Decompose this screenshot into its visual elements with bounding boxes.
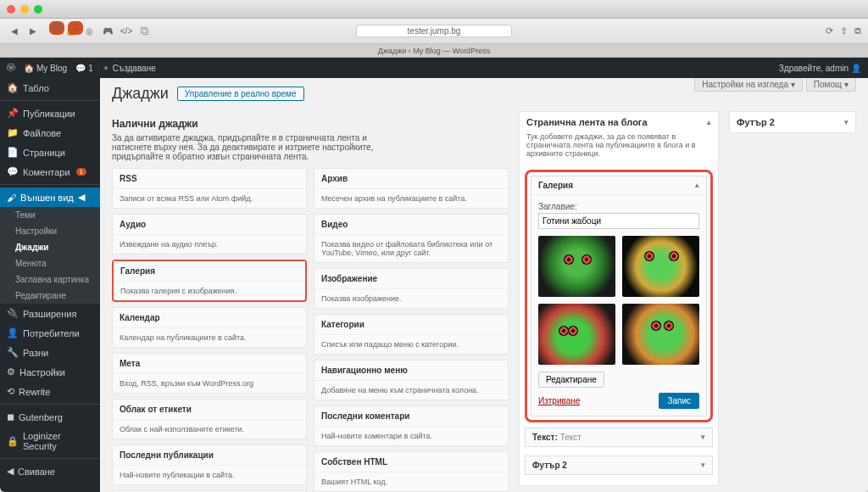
wp-logo-icon[interactable]: ⓦ <box>7 62 15 74</box>
available-widget[interactable]: КалендарКалендар на публикациите в сайта… <box>112 307 307 348</box>
available-widget[interactable]: ИзображениеПоказва изображение. <box>314 268 509 309</box>
widget-desc: Календар на публикациите в сайта. <box>113 328 306 347</box>
gallery-title-input[interactable] <box>538 213 699 229</box>
available-widget[interactable]: RSSЗаписи от всяка RSS или Atom фийд. <box>112 168 307 209</box>
widget-desc: Показва галерия с изображения. <box>114 282 305 300</box>
widget-title[interactable]: Собствен HTML <box>314 452 508 472</box>
help-btn[interactable]: Помощ ▾ <box>806 78 856 92</box>
mac-close-dot[interactable] <box>7 5 15 14</box>
forward-button[interactable]: ▶ <box>25 25 41 38</box>
tabs-icon[interactable]: ⧉ <box>854 25 861 36</box>
submenu-themes[interactable]: Теми <box>0 207 100 223</box>
gallery-edit-button[interactable]: Редактиране <box>538 372 604 388</box>
reload-icon[interactable]: ⟳ <box>826 25 833 36</box>
widget-desc: Вход, RSS, връзки към WordPress.org <box>113 374 306 393</box>
available-widget[interactable]: Последни публикацииНай-новите публикации… <box>112 444 307 485</box>
widget-title[interactable]: Навигационно меню <box>314 361 508 381</box>
menu-pages[interactable]: 📄 Страници <box>0 143 100 162</box>
available-widget[interactable]: Облак от етикетиОблак с най-използваните… <box>112 399 307 439</box>
widget-title[interactable]: Видео <box>314 215 508 235</box>
comments-link[interactable]: 💬 1 <box>75 64 93 73</box>
placed-area-footer2[interactable]: Футър 2▾ <box>525 456 713 475</box>
submenu-header[interactable]: Заглавна картинка <box>0 271 100 288</box>
widget-title[interactable]: Галерия <box>114 261 305 282</box>
widget-desc: Списък или падащо меню с категории. <box>314 335 508 354</box>
widget-desc: Показва видео от файловата библиотека ил… <box>314 235 508 262</box>
area-title-blog-sidebar[interactable]: Странична лента на блога▴ <box>520 112 718 132</box>
submenu-appearance: Теми Настройки Джаджи Менюта Заглавна ка… <box>0 207 100 304</box>
thumb-frog-3[interactable] <box>538 304 615 365</box>
available-widget[interactable]: ВидеоПоказва видео от файловата библиоте… <box>314 214 509 263</box>
widget-title[interactable]: Изображение <box>314 269 508 289</box>
menu-appearance[interactable]: 🖌 Външен вид ◀ <box>0 187 100 207</box>
widget-title[interactable]: Последни коментари <box>314 406 508 427</box>
mac-minimize-dot[interactable] <box>20 5 29 14</box>
widget-title[interactable]: RSS <box>113 169 306 189</box>
mac-titlebar <box>0 0 868 19</box>
widget-area-blog-sidebar: Странична лента на блога▴ Тук добавете д… <box>519 111 719 486</box>
gallery-save-button[interactable]: Запис <box>659 393 699 409</box>
back-button[interactable]: ◀ <box>7 25 22 38</box>
howdy-link[interactable]: Здравейте, admin 👤 <box>779 64 861 73</box>
menu-collapse[interactable]: ◀ Свиване <box>0 461 100 481</box>
available-widget[interactable]: МетаВход, RSS, връзки към WordPress.org <box>112 353 307 394</box>
browser-tab[interactable]: Джаджи ‹ My Blog — WordPress <box>0 44 868 58</box>
available-widget[interactable]: КатегорииСписък или падащо меню с катего… <box>314 314 509 355</box>
available-widget[interactable]: Навигационно менюДобавяне на меню към ст… <box>314 360 509 400</box>
menu-plugins[interactable]: 🔌 Разширения <box>0 304 100 323</box>
submenu-customize[interactable]: Настройки <box>0 223 100 239</box>
toolbar-icon-heart[interactable]: ♡10 <box>44 25 59 38</box>
submenu-widgets[interactable]: Джаджи <box>0 239 100 255</box>
widget-title[interactable]: Аудио <box>113 215 306 235</box>
thumb-frog-4[interactable] <box>622 304 699 365</box>
available-widget[interactable]: ГалерияПоказва галерия с изображения. <box>112 260 307 302</box>
new-content-link[interactable]: ＋ Създаване <box>102 62 156 74</box>
thumb-frog-2[interactable] <box>622 236 699 297</box>
highlight-gallery-widget: Галерия▴ Заглавие: <box>525 170 713 422</box>
widget-area-footer2[interactable]: Футър 2▾ <box>729 111 856 133</box>
browser-toolbar: ◀ ▶ ♡10 🔒1 ◎ 🎮 </> ⿻ tester.jump.bg ⟳ ⇪ … <box>0 19 868 44</box>
submenu-menus[interactable]: Менюта <box>0 255 100 271</box>
menu-gutenberg[interactable]: ◼ Gutenberg <box>0 407 100 427</box>
mac-zoom-dot[interactable] <box>34 5 42 14</box>
menu-rewrite[interactable]: ⟲ Rewrite <box>0 382 100 401</box>
content-area: Настройки на изгледа ▾ Помощ ▾ Джаджи Уп… <box>100 78 868 492</box>
screen-options-btn[interactable]: Настройки на изгледа ▾ <box>694 78 803 92</box>
toolbar-icon-target[interactable]: ◎ <box>81 25 97 38</box>
available-widget[interactable]: АудиоИзвеждане на аудио плеър. <box>112 214 307 254</box>
placed-widget-gallery: Галерия▴ Заглавие: <box>531 176 707 417</box>
placed-widget-gallery-header[interactable]: Галерия▴ <box>531 176 706 194</box>
menu-settings[interactable]: ⚙ Настройки <box>0 362 100 382</box>
menu-tools[interactable]: 🔧 Разни <box>0 343 100 362</box>
widget-title[interactable]: Мета <box>113 354 306 374</box>
available-widget[interactable]: Последни коментариНай-новите коментари в… <box>314 405 509 446</box>
site-name-link[interactable]: 🏠 My Blog <box>24 64 67 73</box>
widget-title[interactable]: Архив <box>314 169 508 189</box>
menu-posts[interactable]: 📌 Публикации <box>0 103 100 123</box>
widget-title[interactable]: Облак от етикети <box>113 400 306 420</box>
available-widgets-heading: Налични джаджи <box>112 118 509 130</box>
menu-files[interactable]: 📁 Файлове <box>0 123 100 143</box>
submenu-editor[interactable]: Редактиране <box>0 288 100 304</box>
share-icon[interactable]: ⇪ <box>840 25 848 36</box>
toolbar-icon-code[interactable]: </> <box>119 25 134 38</box>
available-widget[interactable]: Собствен HTMLВашият HTML код. <box>314 451 509 492</box>
menu-users[interactable]: 👤 Потребители <box>0 323 100 343</box>
widget-desc: Вашият HTML код. <box>314 472 508 491</box>
available-widget[interactable]: АрхивМесечен архив на публикациите в сай… <box>314 168 509 209</box>
menu-dashboard[interactable]: 🏠 Табло <box>0 78 100 98</box>
menu-comments[interactable]: 💬 Коментари 1 <box>0 162 100 182</box>
address-bar[interactable]: tester.jump.bg <box>356 25 513 37</box>
widget-title[interactable]: Категории <box>314 315 508 335</box>
menu-loginizer[interactable]: 🔒 Loginizer Security <box>0 427 100 456</box>
gallery-thumbnails <box>538 236 699 365</box>
gallery-delete-link[interactable]: Изтриване <box>538 396 580 405</box>
toolbar-icon-lock[interactable]: 🔒1 <box>63 25 78 38</box>
widget-title[interactable]: Последни публикации <box>113 445 306 466</box>
live-preview-button[interactable]: Управление в реално време <box>177 87 304 101</box>
toolbar-icon-screenshot[interactable]: ⿻ <box>137 25 153 38</box>
toolbar-icon-controller[interactable]: 🎮 <box>100 25 115 38</box>
placed-widget-text[interactable]: Текст: Текст▾ <box>525 428 713 447</box>
widget-title[interactable]: Календар <box>113 308 306 328</box>
thumb-frog-1[interactable] <box>538 236 615 297</box>
